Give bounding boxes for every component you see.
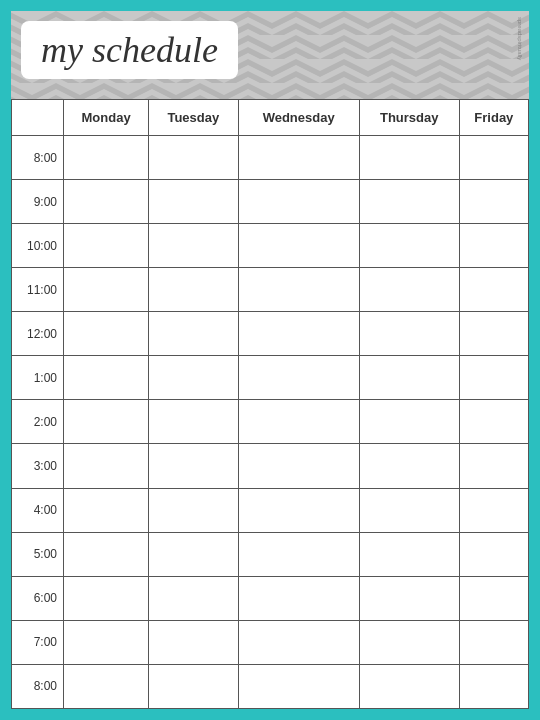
time-label: 8:00 xyxy=(12,664,64,708)
schedule-cell[interactable] xyxy=(64,532,149,576)
time-row: 10:00 xyxy=(12,224,529,268)
col-monday: Monday xyxy=(64,100,149,136)
schedule-cell[interactable] xyxy=(459,356,528,400)
schedule-cell[interactable] xyxy=(359,620,459,664)
schedule-cell[interactable] xyxy=(238,664,359,708)
schedule-cell[interactable] xyxy=(149,488,238,532)
schedule-cell[interactable] xyxy=(64,224,149,268)
schedule-cell[interactable] xyxy=(64,312,149,356)
schedule-cell[interactable] xyxy=(149,224,238,268)
schedule-cell[interactable] xyxy=(238,444,359,488)
schedule-cell[interactable] xyxy=(64,268,149,312)
schedule-cell[interactable] xyxy=(459,620,528,664)
schedule-cell[interactable] xyxy=(359,180,459,224)
schedule-cell[interactable] xyxy=(238,620,359,664)
schedule-cell[interactable] xyxy=(149,532,238,576)
schedule-cell[interactable] xyxy=(359,136,459,180)
col-tuesday: Tuesday xyxy=(149,100,238,136)
schedule-cell[interactable] xyxy=(238,356,359,400)
time-row: 8:00 xyxy=(12,136,529,180)
schedule-table: Monday Tuesday Wednesday Thursday Friday… xyxy=(11,99,529,709)
schedule-cell[interactable] xyxy=(359,312,459,356)
schedule-cell[interactable] xyxy=(359,664,459,708)
time-row: 8:00 xyxy=(12,664,529,708)
schedule-cell[interactable] xyxy=(459,576,528,620)
time-label: 10:00 xyxy=(12,224,64,268)
schedule-cell[interactable] xyxy=(238,180,359,224)
schedule-cell[interactable] xyxy=(238,488,359,532)
schedule-cell[interactable] xyxy=(459,268,528,312)
schedule-cell[interactable] xyxy=(238,576,359,620)
watermark: spreadspiritually xyxy=(517,17,523,60)
time-row: 4:00 xyxy=(12,488,529,532)
schedule-cell[interactable] xyxy=(459,664,528,708)
schedule-cell[interactable] xyxy=(238,532,359,576)
schedule-cell[interactable] xyxy=(64,444,149,488)
schedule-cell[interactable] xyxy=(64,180,149,224)
schedule-cell[interactable] xyxy=(149,136,238,180)
schedule-cell[interactable] xyxy=(359,224,459,268)
schedule-cell[interactable] xyxy=(459,224,528,268)
schedule-cell[interactable] xyxy=(64,620,149,664)
time-row: 11:00 xyxy=(12,268,529,312)
schedule-cell[interactable] xyxy=(64,664,149,708)
time-row: 6:00 xyxy=(12,576,529,620)
title-box: my schedule xyxy=(21,21,238,79)
header-area: my schedule spreadspiritually xyxy=(11,11,529,99)
schedule-cell[interactable] xyxy=(149,400,238,444)
schedule-cell[interactable] xyxy=(359,488,459,532)
time-label: 12:00 xyxy=(12,312,64,356)
time-row: 3:00 xyxy=(12,444,529,488)
time-row: 9:00 xyxy=(12,180,529,224)
schedule-cell[interactable] xyxy=(149,576,238,620)
time-row: 1:00 xyxy=(12,356,529,400)
schedule-cell[interactable] xyxy=(359,400,459,444)
time-row: 5:00 xyxy=(12,532,529,576)
time-label: 7:00 xyxy=(12,620,64,664)
time-label: 8:00 xyxy=(12,136,64,180)
schedule-cell[interactable] xyxy=(359,268,459,312)
schedule-cell[interactable] xyxy=(64,356,149,400)
col-wednesday: Wednesday xyxy=(238,100,359,136)
time-label: 6:00 xyxy=(12,576,64,620)
schedule-cell[interactable] xyxy=(238,224,359,268)
schedule-cell[interactable] xyxy=(459,488,528,532)
schedule-cell[interactable] xyxy=(238,268,359,312)
schedule-cell[interactable] xyxy=(149,268,238,312)
time-label: 1:00 xyxy=(12,356,64,400)
header-row: Monday Tuesday Wednesday Thursday Friday xyxy=(12,100,529,136)
schedule-cell[interactable] xyxy=(64,576,149,620)
schedule-cell[interactable] xyxy=(149,664,238,708)
col-friday: Friday xyxy=(459,100,528,136)
empty-header xyxy=(12,100,64,136)
schedule-cell[interactable] xyxy=(149,180,238,224)
schedule-cell[interactable] xyxy=(359,576,459,620)
schedule-cell[interactable] xyxy=(149,620,238,664)
schedule-cell[interactable] xyxy=(359,532,459,576)
schedule-cell[interactable] xyxy=(459,444,528,488)
schedule-cell[interactable] xyxy=(149,444,238,488)
schedule-cell[interactable] xyxy=(238,312,359,356)
schedule-cell[interactable] xyxy=(238,400,359,444)
schedule-cell[interactable] xyxy=(459,312,528,356)
time-label: 4:00 xyxy=(12,488,64,532)
col-thursday: Thursday xyxy=(359,100,459,136)
schedule-cell[interactable] xyxy=(359,444,459,488)
schedule-cell[interactable] xyxy=(459,532,528,576)
schedule-cell[interactable] xyxy=(64,488,149,532)
schedule-cell[interactable] xyxy=(149,356,238,400)
schedule-cell[interactable] xyxy=(64,136,149,180)
time-label: 11:00 xyxy=(12,268,64,312)
time-label: 2:00 xyxy=(12,400,64,444)
schedule-cell[interactable] xyxy=(149,312,238,356)
time-label: 3:00 xyxy=(12,444,64,488)
schedule-cell[interactable] xyxy=(459,400,528,444)
schedule-cell[interactable] xyxy=(459,136,528,180)
schedule-table-wrapper: Monday Tuesday Wednesday Thursday Friday… xyxy=(11,99,529,709)
schedule-cell[interactable] xyxy=(238,136,359,180)
time-row: 12:00 xyxy=(12,312,529,356)
schedule-cell[interactable] xyxy=(359,356,459,400)
inner-container: my schedule spreadspiritually Monday Tue… xyxy=(8,8,532,712)
schedule-cell[interactable] xyxy=(64,400,149,444)
schedule-cell[interactable] xyxy=(459,180,528,224)
